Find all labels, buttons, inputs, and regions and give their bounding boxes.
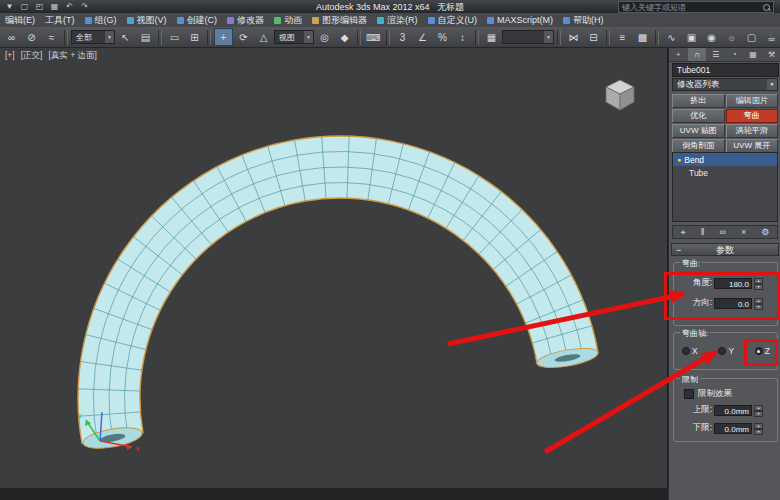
render-setup-icon[interactable]: ☼: [722, 28, 741, 46]
make-unique-icon[interactable]: ∞: [719, 227, 725, 237]
select-object-icon[interactable]: ↖: [116, 28, 135, 46]
axis-z-radio[interactable]: Z: [755, 346, 770, 356]
new-scene-icon[interactable]: ▢: [18, 1, 31, 12]
stack-item-tube[interactable]: Tube: [673, 166, 777, 179]
tab-modify[interactable]: ∩: [688, 48, 707, 61]
modifier-button-6[interactable]: 倒角剖面: [672, 139, 725, 153]
visibility-bulb-icon[interactable]: ●: [677, 156, 681, 163]
modifier-button-4[interactable]: UVW 贴图: [672, 124, 725, 138]
search-input[interactable]: 键入关键字或短语: [618, 1, 774, 13]
named-sets-combo[interactable]: ▼: [502, 30, 554, 44]
viewport-pov-menu[interactable]: [正交]: [21, 50, 43, 62]
pin-stack-icon[interactable]: ⌖: [681, 227, 686, 238]
angle-spinner[interactable]: ▴▾: [754, 278, 763, 289]
menu-item-4[interactable]: 创建(C): [172, 13, 223, 27]
tab-display[interactable]: ▦: [744, 48, 763, 61]
lower-limit-spinner[interactable]: ▴▾: [754, 423, 763, 434]
open-file-icon[interactable]: ◰: [33, 1, 46, 12]
object-name-field[interactable]: Tube001: [672, 63, 779, 77]
modifier-button-0[interactable]: 挤出: [672, 94, 725, 108]
window-crossing-icon[interactable]: ⊞: [185, 28, 204, 46]
tab-create[interactable]: +: [669, 48, 688, 61]
menu-item-9[interactable]: 自定义(U): [423, 13, 483, 27]
toolbar-separator: [557, 30, 561, 45]
menu-item-8[interactable]: 渲染(R): [372, 13, 423, 27]
select-link-icon[interactable]: ∞: [2, 28, 21, 46]
menu-item-5[interactable]: 修改器: [222, 13, 269, 27]
axis-x-radio[interactable]: X: [682, 346, 698, 356]
menu-item-label: 工具(T): [45, 14, 75, 27]
graphite-toggle-icon[interactable]: ▩: [633, 28, 652, 46]
align-icon[interactable]: ⊟: [584, 28, 603, 46]
mirror-icon[interactable]: ⋈: [564, 28, 583, 46]
limit-effect-checkbox[interactable]: [684, 389, 694, 399]
menu-item-2[interactable]: 组(G): [80, 13, 122, 27]
menu-item-1[interactable]: 工具(T): [40, 13, 80, 27]
angle-field[interactable]: 180.0: [714, 278, 752, 289]
stack-item-bend[interactable]: ● Bend: [673, 153, 777, 166]
select-by-name-icon[interactable]: ▤: [136, 28, 155, 46]
percent-snap-icon[interactable]: %: [433, 28, 452, 46]
snap-toggle-icon[interactable]: 3: [393, 28, 412, 46]
menu-item-3[interactable]: 视图(V): [122, 13, 172, 27]
select-manipulate-icon[interactable]: ◆: [335, 28, 354, 46]
rect-region-icon[interactable]: ▭: [165, 28, 184, 46]
redo-icon[interactable]: ↷: [78, 1, 91, 12]
use-center-icon[interactable]: ◎: [315, 28, 334, 46]
lower-limit-field[interactable]: 0.0mm: [714, 423, 752, 434]
keyboard-override-icon[interactable]: ⌨: [364, 28, 383, 46]
menu-item-0[interactable]: 编辑(E): [0, 13, 40, 27]
modifier-button-1[interactable]: 编辑面片: [726, 94, 779, 108]
stack-toolbar: ⌖‖∞×⚙: [672, 225, 778, 239]
search-icon[interactable]: [763, 4, 770, 11]
viewport-shading-menu[interactable]: [真实 + 边面]: [48, 50, 96, 62]
configure-sets-icon[interactable]: ⚙: [761, 227, 769, 237]
tab-utilities[interactable]: ⚒: [762, 48, 780, 61]
curve-editor-icon[interactable]: ∿: [662, 28, 681, 46]
upper-limit-field[interactable]: 0.0mm: [714, 405, 752, 416]
tab-motion[interactable]: ◔: [725, 48, 744, 61]
bent-tube-object[interactable]: x y: [0, 48, 668, 488]
modifier-button-3[interactable]: 弯曲: [726, 109, 779, 123]
collapse-icon: −: [676, 244, 681, 257]
undo-icon[interactable]: ↶: [63, 1, 76, 12]
parameters-rollout-header[interactable]: − 参数: [671, 243, 779, 256]
coord-system-combo[interactable]: 视图▼: [274, 30, 314, 44]
viewport-general-menu[interactable]: [+]: [5, 50, 15, 62]
direction-field[interactable]: 0.0: [714, 298, 752, 309]
bend-group-title: 弯曲:: [680, 258, 702, 269]
menu-item-10[interactable]: MAXScript(M): [482, 13, 558, 27]
axis-y-radio[interactable]: Y: [718, 346, 734, 356]
menu-item-11[interactable]: 帮助(H): [558, 13, 609, 27]
edit-named-sets-icon[interactable]: ▦: [482, 28, 501, 46]
selection-filter-combo[interactable]: 全部▼: [71, 30, 115, 44]
viewport[interactable]: [+] [正交] [真实 + 边面] x y: [0, 48, 668, 488]
bind-spacewarp-icon[interactable]: ≈: [42, 28, 61, 46]
layer-manager-icon[interactable]: ≡: [613, 28, 632, 46]
menu-item-6[interactable]: 动画: [269, 13, 307, 27]
select-rotate-icon[interactable]: ⟳: [234, 28, 253, 46]
unlink-icon[interactable]: ⊘: [22, 28, 41, 46]
select-move-icon[interactable]: +: [214, 28, 233, 46]
menu-item-7[interactable]: 图形编辑器: [307, 13, 372, 27]
modifier-list-dropdown[interactable]: 修改器列表 ▼: [672, 78, 778, 91]
direction-spinner[interactable]: ▴▾: [754, 298, 763, 309]
modifier-button-7[interactable]: UVW 展开: [726, 139, 779, 153]
tab-hierarchy[interactable]: ☰: [706, 48, 725, 61]
spinner-snap-icon[interactable]: ↕: [453, 28, 472, 46]
app-menu-icon[interactable]: ▼: [3, 1, 16, 12]
menu-item-icon: [487, 17, 494, 24]
show-end-result-icon[interactable]: ‖: [701, 227, 705, 237]
modifier-button-5[interactable]: 涡轮平滑: [726, 124, 779, 138]
remove-modifier-icon[interactable]: ×: [741, 227, 746, 237]
material-editor-icon[interactable]: ◉: [702, 28, 721, 46]
upper-limit-spinner[interactable]: ▴▾: [754, 405, 763, 416]
view-cube[interactable]: [598, 74, 640, 116]
render-production-icon[interactable]: ☕: [762, 28, 780, 46]
select-scale-icon[interactable]: △: [254, 28, 273, 46]
schematic-view-icon[interactable]: ▣: [682, 28, 701, 46]
rendered-frame-icon[interactable]: ▢: [742, 28, 761, 46]
angle-snap-icon[interactable]: ∠: [413, 28, 432, 46]
save-file-icon[interactable]: ▦: [48, 1, 61, 12]
modifier-button-2[interactable]: 优化: [672, 109, 725, 123]
